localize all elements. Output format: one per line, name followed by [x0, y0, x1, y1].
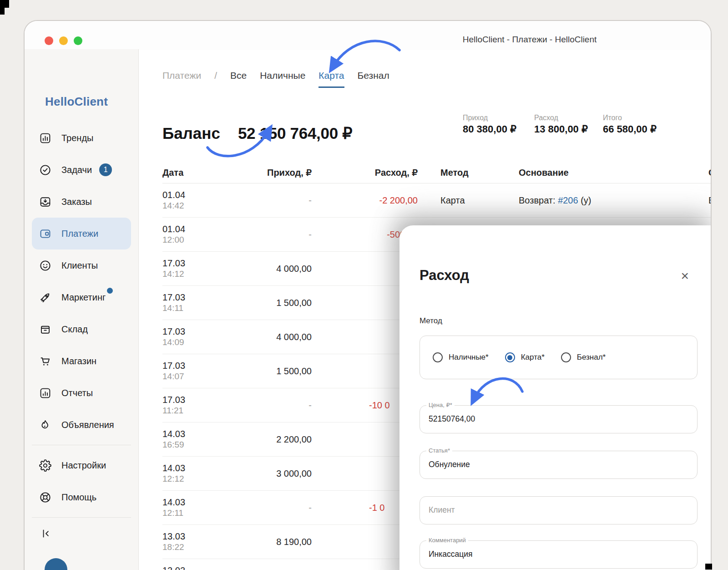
sidebar-item-label: Объявления: [61, 420, 114, 430]
sidebar-item-ads[interactable]: Объявления: [32, 409, 131, 441]
method-radio-безнал[interactable]: Безнал*: [561, 352, 606, 362]
report-icon: [39, 387, 51, 399]
field-value: Инкассация: [429, 550, 473, 559]
row-time: 18:22: [162, 542, 222, 553]
row-income: 4 000,00: [222, 264, 312, 274]
client-input[interactable]: Клиент: [420, 496, 698, 524]
filter-tabs: ВсеНаличныеКартаБезнал: [230, 70, 389, 88]
tab-все[interactable]: Все: [230, 70, 247, 88]
sidebar-item-stock[interactable]: Склад: [32, 313, 131, 345]
gear-icon: [39, 459, 51, 472]
row-income: -: [222, 229, 312, 240]
tab-наличные[interactable]: Наличные: [260, 70, 305, 88]
sidebar-item-settings[interactable]: Настройки: [32, 449, 131, 481]
sidebar-item-label: Маркетинг: [61, 292, 106, 303]
sidebar-item-orders[interactable]: Заказы: [32, 186, 131, 218]
close-icon[interactable]: ×: [681, 269, 689, 283]
method-radio-наличные[interactable]: Наличные*: [433, 352, 489, 362]
row-income: 1 500,00: [222, 366, 312, 377]
stat-value: 66 580,00 ₽: [603, 123, 657, 135]
close-window-button[interactable]: [45, 36, 53, 45]
sidebar-divider: [32, 445, 131, 445]
sidebar-item-help[interactable]: Помощь: [32, 481, 131, 513]
sidebar-item-shop[interactable]: Магазин: [32, 345, 131, 377]
method-radio-group: Наличные* Карта* Безнал*: [420, 336, 698, 379]
flame-icon: [39, 419, 51, 431]
row-income: -: [222, 400, 312, 411]
header-method: Метод: [418, 168, 519, 178]
sidebar-menu: Тренды Задачи 1 Заказы Платежи Клиенты М…: [25, 122, 138, 547]
screen-artifact: [0, 8, 5, 15]
app-logo[interactable]: HelloClient: [45, 95, 108, 109]
tab-карта[interactable]: Карта: [318, 70, 344, 88]
breadcrumb: Платежи / ВсеНаличныеКартаБезнал: [162, 70, 389, 88]
wallet-icon: [39, 228, 51, 240]
rocket-icon: [39, 291, 51, 304]
article-input[interactable]: Статья* Обнуление: [420, 451, 698, 479]
minimize-window-button[interactable]: [59, 36, 68, 45]
row-date: 13.03: [162, 531, 222, 542]
row-income: 3 000,00: [222, 468, 312, 479]
row-time: 12:11: [162, 508, 222, 519]
stat-label: Итого: [603, 114, 657, 122]
row-date: 17.03: [162, 326, 222, 337]
comment-input[interactable]: Комментарий Инкассация: [420, 540, 698, 569]
row-time: 12:12: [162, 473, 222, 485]
field-value: Клиент: [429, 505, 455, 515]
box-icon: [39, 323, 51, 336]
row-time: 14:12: [162, 269, 222, 280]
balance-row: Баланс 52 150 764,00 ₽: [162, 124, 352, 142]
stat-value: 13 800,00 ₽: [534, 123, 588, 135]
table-row[interactable]: 01.04 14:42 - -2 200,00 Карта Возврат: #…: [162, 183, 712, 218]
radio-label: Безнал*: [577, 353, 606, 362]
sidebar-item-trends[interactable]: Тренды: [32, 122, 131, 154]
tab-безнал[interactable]: Безнал: [358, 70, 389, 88]
price-input[interactable]: Цена, ₽* 52150764,00: [420, 405, 698, 433]
row-time: 12:00: [162, 234, 222, 246]
sidebar-item-payments[interactable]: Платежи: [32, 218, 131, 249]
row-time: 14:11: [162, 303, 222, 314]
sidebar: HelloClient Тренды Задачи 1 Заказы Плате…: [25, 49, 139, 570]
row-income: 8 190,00: [222, 537, 312, 547]
zoom-window-button[interactable]: [74, 36, 82, 45]
order-link[interactable]: #206: [558, 195, 578, 205]
expense-modal: Расход × Метод Наличные* Карта* Безнал* …: [399, 225, 712, 570]
smiley-icon: [39, 260, 51, 272]
row-time: 11:21: [162, 405, 222, 417]
row-time: 14:09: [162, 337, 222, 348]
row-date: 14.03: [162, 497, 222, 508]
field-label: Статья*: [426, 447, 452, 454]
radio-label: Наличные*: [449, 353, 489, 362]
titlebar: HelloClient - Платежи - HelloClient: [25, 21, 711, 50]
sidebar-item-tasks[interactable]: Задачи 1: [32, 154, 131, 186]
row-reason-text: Возврат:: [519, 195, 558, 205]
radio-icon: [433, 352, 443, 362]
row-date: 01.04: [162, 224, 222, 234]
row-date: 14.03: [162, 463, 222, 473]
sidebar-item-label: Заказы: [61, 197, 92, 207]
sidebar-item-clients[interactable]: Клиенты: [32, 249, 131, 281]
row-expense: -2 200,00: [312, 195, 418, 206]
app-window: HelloClient - Платежи - HelloClient Hell…: [24, 20, 712, 570]
screen-artifact: [705, 564, 712, 570]
window-title: HelloClient - Платежи - HelloClient: [384, 35, 675, 45]
row-method: Карта: [418, 195, 519, 206]
stat-value: 80 380,00 ₽: [463, 123, 516, 135]
breadcrumb-root[interactable]: Платежи: [162, 70, 201, 81]
sidebar-item-label: Задачи: [61, 165, 92, 175]
sidebar-collapse-button[interactable]: [25, 522, 138, 547]
breadcrumb-separator: /: [214, 70, 217, 81]
sidebar-item-reports[interactable]: Отчеты: [32, 377, 131, 409]
sidebar-item-marketing[interactable]: Маркетинг: [32, 281, 131, 313]
field-value: 52150764,00: [429, 414, 475, 424]
row-date: 17.03: [162, 360, 222, 371]
row-date: 17.03: [162, 292, 222, 303]
modal-title: Расход: [420, 267, 469, 284]
field-value: Обнуление: [429, 460, 470, 469]
radio-icon: [561, 352, 571, 362]
collapse-icon: [40, 528, 52, 541]
balance-label: Баланс: [162, 124, 220, 142]
stat-block: Итого 66 580,00 ₽: [603, 114, 657, 135]
header-reason: Основание: [519, 168, 690, 178]
method-radio-карта[interactable]: Карта*: [505, 352, 545, 362]
